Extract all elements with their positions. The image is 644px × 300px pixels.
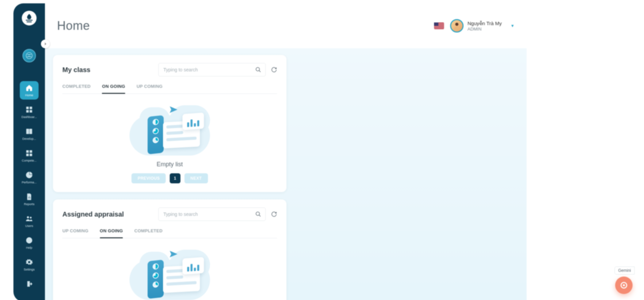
svg-point-0 [26,53,32,59]
content: Home Nguyễn Trà My ADMIN ▼ [45,3,527,300]
sidebar-item-logout[interactable] [20,277,39,291]
file-chart-icon [25,193,33,201]
gemini-chip[interactable]: Gemini [614,266,635,275]
svg-point-17 [256,67,260,71]
svg-rect-3 [26,110,29,112]
pie-icon [25,171,33,179]
tab-ongoing[interactable]: ON GOING [100,228,123,238]
card-title: My class [62,66,90,74]
sidebar-item-label: Develop... [22,137,36,140]
sidebar-item-settings[interactable]: Settings [20,255,39,274]
svg-rect-7 [26,154,29,156]
grid-icon [25,149,33,157]
svg-point-13 [30,217,32,219]
svg-point-15 [29,242,29,242]
sidebar-item-home[interactable]: Home [20,81,39,100]
caret-down-icon: ▼ [511,23,515,28]
app-shell: Home Dashboar... Develop... Compete... P… [13,3,527,300]
page-title: Home [57,19,90,33]
search-icon[interactable] [255,211,261,217]
svg-rect-2 [30,107,32,109]
search-icon[interactable] [255,67,261,73]
empty-text: Empty list [157,161,183,168]
sidebar-item-label: Home [25,94,33,97]
sidebar-item-compete[interactable]: Compete... [20,146,39,165]
search-input[interactable] [163,67,252,72]
sidebar-item-label: Dashboar... [21,115,37,119]
tabs: COMPLETED ON GOING UP COMING [62,83,277,94]
svg-rect-5 [26,151,29,153]
svg-rect-1 [26,107,29,109]
user-menu[interactable]: Nguyễn Trà My ADMIN ▼ [450,19,515,33]
empty-state: Empty list PREVIOUS 1 NEXT [62,97,277,183]
sidebar-item-label: Performa... [22,181,37,184]
gear-icon [25,258,33,266]
page-number[interactable]: 1 [170,173,180,183]
sidebar-collapse-button[interactable] [41,40,50,48]
target-icon [621,282,627,289]
sidebar: Home Dashboar... Develop... Compete... P… [13,3,45,300]
user-name: Nguyễn Trà My [468,20,502,26]
prev-button[interactable]: PREVIOUS [131,173,166,183]
svg-rect-11 [30,197,31,199]
svg-rect-6 [30,151,32,153]
sidebar-item-label: Reports [24,202,35,206]
svg-point-19 [256,212,260,216]
svg-line-20 [259,215,261,217]
sidebar-item-help[interactable]: Help [20,234,39,252]
card-assigned-appraisal: Assigned appraisal UP COMING ON GOING CO… [53,199,286,300]
logout-icon [25,280,33,288]
sidebar-item-users[interactable]: Users [20,212,39,230]
pager: PREVIOUS 1 NEXT [131,173,208,183]
sidebar-item-label: Compete... [22,159,37,162]
brand-icon [22,49,36,62]
sidebar-item-dashboard[interactable]: Dashboar... [20,103,39,121]
dashboard-icon [25,106,33,114]
sidebar-item-label: Help [26,246,33,249]
nav: Home Dashboar... Develop... Compete... P… [13,81,45,291]
logo-app-icon [22,11,37,25]
refresh-icon[interactable] [271,211,277,217]
svg-line-18 [259,70,261,72]
card-my-class: My class COMPLETED ON GOING UP COMING [53,55,286,192]
user-text: Nguyễn Trà My ADMIN [468,20,502,32]
users-icon [25,215,33,223]
help-icon [25,236,33,244]
user-role: ADMIN [468,26,502,32]
svg-point-12 [27,217,29,219]
svg-rect-4 [30,110,32,112]
sidebar-item-performance[interactable]: Performa... [20,168,39,187]
sidebar-item-label: Users [25,224,33,228]
search-box [158,207,266,221]
fab-button[interactable] [615,277,633,294]
tabs: UP COMING ON GOING COMPLETED [62,228,277,238]
search-box [158,63,266,76]
book-icon [25,127,33,135]
tab-ongoing[interactable]: ON GOING [102,83,125,94]
next-button[interactable]: NEXT [184,173,208,183]
empty-illustration [126,245,213,300]
language-flag-us[interactable] [434,22,444,29]
empty-state: Empty list PREVIOUS 1 NEXT [62,241,277,300]
header: Home Nguyễn Trà My ADMIN ▼ [45,3,527,48]
tab-completed[interactable]: COMPLETED [62,83,91,94]
tab-upcoming[interactable]: UP COMING [137,83,163,94]
home-icon [25,84,33,92]
svg-rect-8 [30,154,32,156]
tab-completed[interactable]: COMPLETED [134,228,162,238]
svg-point-16 [455,23,458,26]
refresh-icon[interactable] [271,67,277,73]
tab-upcoming[interactable]: UP COMING [62,228,89,238]
card-title: Assigned appraisal [62,211,124,218]
body-area: My class COMPLETED ON GOING UP COMING [45,48,527,300]
avatar [450,19,464,33]
svg-rect-9 [28,197,29,199]
svg-rect-10 [29,196,30,198]
sidebar-item-reports[interactable]: Reports [20,190,39,208]
search-input[interactable] [163,212,252,217]
header-right: Nguyễn Trà My ADMIN ▼ [434,19,515,33]
sidebar-item-develop[interactable]: Develop... [20,125,39,143]
sidebar-item-label: Settings [24,268,35,271]
empty-illustration [126,101,213,158]
